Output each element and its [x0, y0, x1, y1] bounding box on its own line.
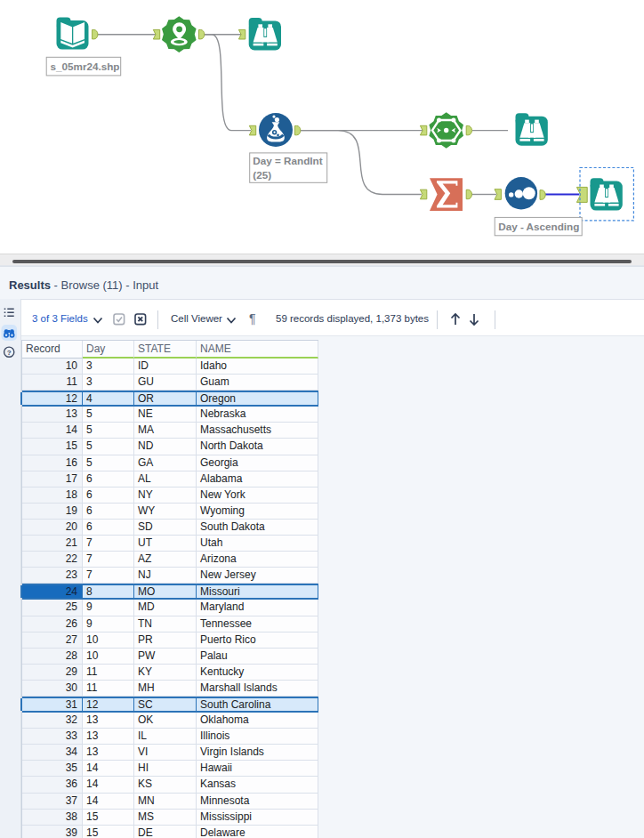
svg-text:Day - Ascending: Day - Ascending	[498, 221, 579, 232]
svg-text:?: ?	[7, 349, 12, 357]
svg-text:s_05mr24.shp: s_05mr24.shp	[51, 60, 120, 72]
svg-text:Day = RandInt: Day = RandInt	[253, 155, 322, 166]
svg-text:(25): (25)	[253, 169, 271, 181]
